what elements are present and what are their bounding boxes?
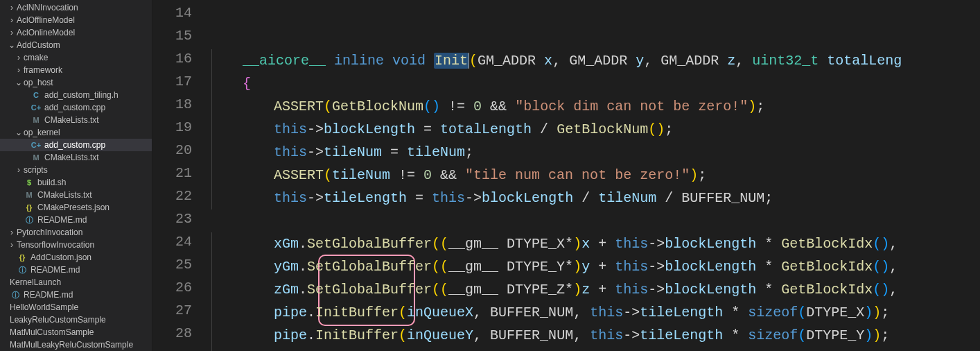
tree-row[interactable]: ⌄op_kernel: [0, 126, 152, 139]
tree-row[interactable]: MCMakeLists.txt: [0, 189, 152, 201]
token: BUFFER_NUM: [490, 327, 573, 343]
token: this: [615, 236, 648, 252]
tree-row[interactable]: MCMakeLists.txt: [0, 114, 152, 126]
token: ): [573, 259, 581, 275]
token: this: [590, 305, 623, 320]
token: ): [748, 99, 756, 114]
chevron-right-icon[interactable]: ›: [7, 15, 17, 25]
tree-label: KernelLaunch: [10, 277, 61, 287]
chevron-down-icon[interactable]: ⌄: [14, 128, 24, 137]
token: *: [723, 305, 748, 320]
code-line[interactable]: [211, 209, 980, 232]
tree-label: CMakeLists.txt: [44, 153, 99, 162]
line-number: 19: [152, 116, 211, 139]
file-icon: $: [24, 177, 35, 188]
tree-row[interactable]: $build.sh: [0, 176, 152, 189]
token: ;: [764, 190, 773, 206]
tree-row[interactable]: ›AclNNInvocation: [0, 1, 152, 14]
line-number: 27: [152, 299, 211, 322]
chevron-right-icon[interactable]: ›: [14, 165, 24, 175]
token: ;: [465, 144, 473, 160]
token: /: [656, 190, 681, 206]
code-line[interactable]: xGm.SetGlobalBuffer((__gm__ DTYPE_X*)x +…: [211, 232, 980, 255]
tree-row[interactable]: MCMakeLists.txt: [0, 151, 152, 164]
tree-row[interactable]: ›scripts: [0, 164, 152, 176]
token: ->: [648, 259, 665, 275]
tree-row[interactable]: ›AclOnlineModel: [0, 26, 152, 39]
chevron-right-icon[interactable]: ›: [14, 53, 24, 62]
chevron-right-icon[interactable]: ›: [7, 228, 17, 237]
code-line[interactable]: this->tileNum = tileNum;: [211, 141, 980, 164]
tree-label: PytorchInvocation: [17, 228, 82, 237]
token: tileNum: [407, 144, 465, 160]
code-editor[interactable]: 141516171819202122232425262728 __aicore_…: [152, 0, 980, 351]
tree-row[interactable]: Cadd_custom_tiling.h: [0, 89, 152, 101]
code-line[interactable]: pipe.InitBuffer(outQueueZ, BUFFER_NUM, t…: [211, 347, 980, 351]
line-number: 17: [152, 70, 211, 93]
tree-row[interactable]: {}AddCustom.json: [0, 251, 152, 264]
tree-row[interactable]: ⌄op_host: [0, 76, 152, 89]
code-line[interactable]: {: [211, 72, 980, 95]
token: "block dim can not be zero!": [515, 99, 748, 114]
tree-row[interactable]: LeakyReluCustomSample: [0, 314, 152, 326]
token: tileLength: [324, 190, 407, 206]
tree-row[interactable]: C+add_custom.cpp: [0, 139, 152, 151]
token: sizeof: [748, 327, 798, 343]
token: this: [274, 144, 307, 160]
tree-row[interactable]: ›PytorchInvocation: [0, 226, 152, 239]
token: SetGlobalBuffer: [307, 282, 432, 298]
code-line[interactable]: __aicore__ inline void Init(GM_ADDR x, G…: [211, 49, 980, 72]
tree-row[interactable]: ›TensorflowInvocation: [0, 239, 152, 251]
tree-row[interactable]: ›cmake: [0, 51, 152, 64]
code-line[interactable]: pipe.InitBuffer(inQueueX, BUFFER_NUM, th…: [211, 301, 980, 324]
token: .: [307, 327, 315, 343]
code-area[interactable]: __aicore__ inline void Init(GM_ADDR x, G…: [211, 0, 980, 351]
chevron-right-icon[interactable]: ›: [7, 3, 17, 12]
token: (: [399, 327, 407, 343]
token: ((: [432, 259, 448, 275]
token: BUFFER_NUM: [490, 305, 573, 320]
tree-row[interactable]: MatMulLeakyReluCustomSample: [0, 339, 152, 351]
code-line[interactable]: ASSERT(tileNum != 0 && "tile num can not…: [211, 164, 980, 187]
token: =: [382, 144, 407, 160]
line-number-gutter: 141516171819202122232425262728: [152, 0, 211, 351]
token: totalLength: [440, 121, 532, 137]
chevron-right-icon[interactable]: ›: [7, 28, 17, 37]
token: GetBlockNum: [332, 99, 423, 114]
token: "tile num can not be zero!": [465, 167, 690, 183]
token: inQueueY: [407, 327, 473, 343]
token: __aicore__: [243, 53, 334, 69]
chevron-right-icon[interactable]: ›: [14, 65, 24, 75]
line-number: 20: [152, 139, 211, 162]
token: ;: [881, 327, 889, 343]
file-icon: ⓘ: [10, 289, 21, 300]
chevron-down-icon[interactable]: ⌄: [7, 40, 17, 50]
tree-row[interactable]: {}CMakePresets.json: [0, 201, 152, 214]
code-line[interactable]: this->tileLength = this->blockLength / t…: [211, 187, 980, 209]
code-line[interactable]: this->blockLength = totalLength / GetBlo…: [211, 118, 980, 141]
chevron-down-icon[interactable]: ⌄: [14, 78, 24, 87]
tree-row[interactable]: ⓘREADME.md: [0, 264, 152, 276]
tree-row[interactable]: ›framework: [0, 64, 152, 76]
token: ,: [573, 327, 590, 343]
code-line[interactable]: yGm.SetGlobalBuffer((__gm__ DTYPE_Y*)y +…: [211, 255, 980, 278]
tree-row[interactable]: MatMulCustomSample: [0, 326, 152, 339]
tree-label: AclNNInvocation: [17, 3, 78, 12]
file-explorer[interactable]: ›AclNNInvocation›AclOfflineModel›AclOnli…: [0, 0, 152, 351]
token: =: [415, 121, 440, 137]
token: ): [864, 327, 873, 343]
tree-row[interactable]: ⌄AddCustom: [0, 39, 152, 51]
token: BUFFER_NUM: [681, 190, 764, 206]
code-line[interactable]: pipe.InitBuffer(inQueueY, BUFFER_NUM, th…: [211, 324, 980, 347]
tree-row[interactable]: C+add_custom.cpp: [0, 101, 152, 114]
tree-row[interactable]: HelloWorldSample: [0, 301, 152, 314]
token: ->: [623, 305, 640, 320]
token: ,: [473, 305, 490, 320]
code-line[interactable]: ASSERT(GetBlockNum() != 0 && "block dim …: [211, 95, 980, 118]
tree-row[interactable]: ⓘREADME.md: [0, 214, 152, 226]
code-line[interactable]: zGm.SetGlobalBuffer((__gm__ DTYPE_Z*)z +…: [211, 278, 980, 301]
chevron-right-icon[interactable]: ›: [7, 240, 17, 250]
tree-row[interactable]: ›AclOfflineModel: [0, 14, 152, 26]
tree-row[interactable]: ⓘREADME.md: [0, 289, 152, 301]
tree-row[interactable]: KernelLaunch: [0, 276, 152, 289]
